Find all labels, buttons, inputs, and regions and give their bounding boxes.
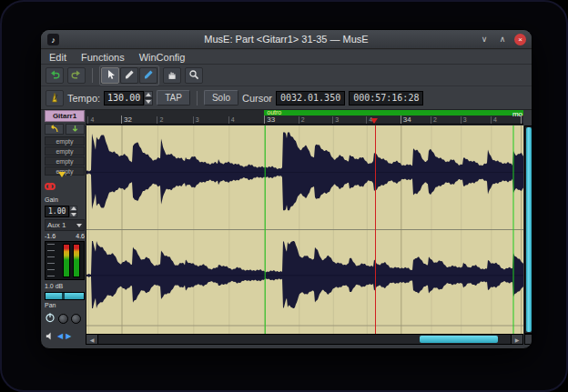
cursor-position-display: 0032.01.350: [276, 91, 345, 106]
ruler-tick: 3: [193, 116, 199, 124]
meter-scale: [47, 244, 55, 277]
knob-button[interactable]: [58, 314, 68, 324]
controller-lane-button[interactable]: empty: [45, 146, 85, 156]
draw-pencil-icon: [143, 67, 154, 84]
arrow-down-button[interactable]: [58, 177, 66, 194]
scrollbar-corner: [524, 334, 532, 345]
hand-icon: [167, 67, 178, 84]
pan-label: Pan: [45, 302, 56, 308]
shade-button[interactable]: ∨: [478, 33, 491, 45]
speaker-icon[interactable]: [45, 328, 55, 345]
knob-button[interactable]: [71, 314, 81, 324]
controller-lane-list: empty empty empty empty: [45, 136, 85, 176]
scroll-right-button[interactable]: ▶: [511, 335, 522, 344]
ruler-tick: 2: [157, 116, 163, 124]
green-arrow-down-icon: [70, 121, 80, 137]
tempo-label: Tempo:: [67, 93, 100, 104]
ruler-tick: 2: [431, 116, 437, 124]
metronome-button[interactable]: [46, 90, 64, 106]
menu-item-functions[interactable]: Functions: [81, 52, 125, 63]
edit-tool-group: [99, 65, 159, 85]
wave-canvas[interactable]: [86, 126, 523, 334]
stereo-link-icon[interactable]: [45, 177, 56, 194]
muse-wave-editor-window: ♪ MusE: Part <Gitarr1> 31-35 — MusE ∨ ∧ …: [40, 29, 532, 349]
ruler-tick: 4: [491, 116, 497, 124]
meter-readouts: -1.6 4.6: [45, 233, 85, 239]
toolbar-separator2: [197, 91, 198, 106]
controller-lane-button[interactable]: empty: [45, 156, 85, 166]
gain-value: 1.00: [45, 206, 69, 217]
meter-bar-right: [73, 244, 80, 277]
gain-label: Gain: [45, 196, 85, 204]
app-icon: ♪: [47, 34, 59, 45]
ruler-tick: 32: [121, 116, 132, 124]
meter-bar-left: [63, 244, 70, 277]
undo-button[interactable]: [46, 67, 64, 84]
toolbar-separator: [92, 68, 93, 83]
ruler-tick: 4: [87, 116, 94, 124]
ruler-tick: 35: [521, 116, 523, 124]
redo-button[interactable]: [67, 67, 86, 84]
ruler-tick: 3: [332, 116, 339, 124]
ruler-tick: 33: [264, 116, 275, 124]
metronome-icon: [49, 90, 60, 106]
pan-slider-handle[interactable]: [62, 293, 65, 299]
aux-select[interactable]: Aux 1: [45, 219, 85, 231]
pointer-icon: [105, 67, 116, 84]
yellow-arrow-left-icon: [49, 121, 59, 137]
db-readout: 1.0 dB: [45, 282, 85, 290]
tap-button[interactable]: TAP: [157, 90, 190, 106]
zoom-tool-button[interactable]: [185, 67, 203, 84]
step-left-button[interactable]: ◀: [57, 332, 63, 341]
meter-readout-left: -1.6: [45, 233, 56, 239]
close-button[interactable]: ×: [514, 34, 526, 45]
controller-lane-button[interactable]: empty: [45, 136, 85, 146]
pan-tool-button[interactable]: [163, 67, 181, 84]
titlebar[interactable]: ♪ MusE: Part <Gitarr1> 31-35 — MusE ∨ ∧ …: [41, 30, 532, 49]
tempo-down-button[interactable]: [144, 98, 153, 106]
window-title: MusE: Part <Gitarr1> 31-35 — MusE: [204, 34, 368, 45]
gain-spinbox[interactable]: 1.00: [45, 206, 85, 217]
tempo-spinbox[interactable]: 130.00: [104, 91, 153, 106]
tempo-up-button[interactable]: [144, 91, 153, 98]
pan-slider[interactable]: [45, 292, 85, 300]
meter-readout-right: 4.6: [76, 233, 85, 239]
pointer-tool-button[interactable]: [101, 67, 119, 84]
desktop-background: ♪ MusE: Part <Gitarr1> 31-35 — MusE ∨ ∧ …: [0, 0, 568, 392]
ruler-tick: 34: [401, 116, 411, 124]
ruler[interactable]: outro mo 423423423432333435: [86, 110, 523, 125]
pencil-tool-button[interactable]: [120, 67, 138, 84]
power-icon[interactable]: [45, 310, 56, 327]
undo-icon: [49, 67, 60, 84]
horizontal-scrollbar[interactable]: ◀ ▶: [86, 334, 523, 345]
cursor-label: Cursor: [242, 93, 272, 104]
chevron-down-icon: [76, 224, 82, 227]
ruler-tick: 4: [366, 116, 372, 124]
unshade-button[interactable]: ∧: [496, 33, 509, 45]
menu-item-edit[interactable]: Edit: [49, 52, 66, 63]
ruler-tick: 4: [228, 116, 235, 124]
snap-next-button[interactable]: [66, 124, 85, 135]
step-right-button[interactable]: ▶: [66, 332, 71, 341]
aux-select-value: Aux 1: [47, 221, 66, 229]
draw-tool-button[interactable]: [139, 67, 157, 84]
redo-icon: [71, 67, 82, 84]
transport-toolbar: Tempo: 130.00 TAP Solo Cursor 0032.01.35…: [41, 86, 532, 110]
solo-button[interactable]: Solo: [204, 90, 238, 106]
vertical-scrollbar-thumb[interactable]: [526, 127, 532, 332]
tempo-value: 130.00: [104, 91, 144, 106]
vertical-scrollbar[interactable]: [524, 126, 532, 334]
level-meter: [45, 241, 85, 280]
cursor-time-display: 000:57:16:28: [349, 91, 423, 106]
ruler-tick: 2: [299, 116, 305, 124]
menubar: Edit Functions WinConfig: [41, 50, 532, 65]
horizontal-scroll-track[interactable]: [98, 335, 511, 344]
gain-down-button[interactable]: [69, 212, 77, 218]
pencil-icon: [124, 67, 135, 84]
hscroll-thumb[interactable]: [420, 336, 498, 343]
menu-item-winconfig[interactable]: WinConfig: [139, 52, 186, 63]
wave-edit-left-panel: Gitarr1 empty empty empty empty: [44, 110, 86, 345]
marker-outro[interactable]: [264, 110, 523, 116]
scroll-left-button[interactable]: ◀: [86, 335, 98, 344]
snap-prev-button[interactable]: [45, 124, 64, 135]
